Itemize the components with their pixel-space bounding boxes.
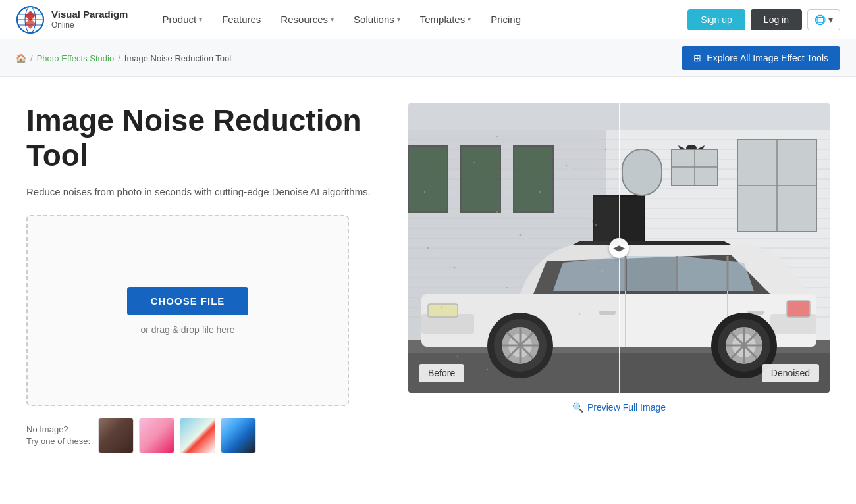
svg-point-108 bbox=[496, 211, 498, 213]
explore-all-effects-button[interactable]: ⊞ Explore All Image Effect Tools bbox=[682, 46, 840, 70]
svg-point-113 bbox=[513, 290, 514, 291]
svg-point-89 bbox=[566, 165, 568, 167]
breadcrumb-photo-effects-link[interactable]: Photo Effects Studio bbox=[37, 53, 115, 63]
breadcrumb-home-link[interactable]: 🏠 bbox=[16, 53, 26, 63]
svg-rect-66 bbox=[787, 301, 810, 317]
svg-rect-46 bbox=[622, 149, 662, 195]
nav-solutions[interactable]: Solutions ▾ bbox=[346, 9, 408, 30]
drag-drop-text: or drag & drop file here bbox=[140, 324, 234, 335]
breadcrumb-sep-1: / bbox=[30, 53, 33, 63]
search-icon: 🔍 bbox=[572, 402, 583, 413]
main-content: Image Noise Reduction Tool Reduce noises… bbox=[0, 77, 856, 473]
sample-thumb-4[interactable] bbox=[221, 418, 256, 453]
svg-point-104 bbox=[424, 191, 425, 193]
svg-point-99 bbox=[437, 205, 439, 206]
upload-area[interactable]: CHOOSE FILE or drag & drop file here bbox=[26, 215, 349, 406]
svg-point-100 bbox=[605, 149, 607, 151]
svg-point-86 bbox=[520, 234, 522, 236]
denoised-label: Denoised bbox=[762, 364, 819, 382]
nav-actions: Sign up Log in 🌐 ▾ bbox=[687, 9, 840, 30]
svg-point-93 bbox=[506, 287, 508, 288]
sample-thumbs bbox=[98, 418, 256, 453]
svg-point-116 bbox=[539, 191, 541, 193]
svg-point-115 bbox=[457, 356, 458, 357]
resources-chevron-icon: ▾ bbox=[331, 16, 334, 23]
product-chevron-icon: ▾ bbox=[199, 16, 202, 23]
globe-chevron-icon: ▾ bbox=[828, 14, 833, 25]
svg-point-106 bbox=[526, 238, 528, 239]
login-button[interactable]: Log in bbox=[751, 9, 802, 30]
svg-point-114 bbox=[595, 224, 597, 226]
sample-thumb-1[interactable] bbox=[98, 418, 134, 453]
svg-point-88 bbox=[490, 208, 491, 209]
split-handle[interactable]: ◀▶ bbox=[609, 238, 629, 258]
nav-features[interactable]: Features bbox=[214, 9, 269, 30]
svg-point-90 bbox=[599, 267, 600, 268]
sample-thumb-3[interactable] bbox=[180, 418, 215, 453]
logo-line1: Visual Paradigm bbox=[51, 9, 128, 20]
logo-icon bbox=[16, 5, 45, 34]
svg-point-109 bbox=[569, 168, 571, 170]
preview-full-image-link[interactable]: 🔍 Preview Full Image bbox=[408, 402, 830, 413]
svg-point-117 bbox=[487, 369, 489, 371]
svg-point-97 bbox=[480, 366, 482, 368]
choose-file-button[interactable]: CHOOSE FILE bbox=[127, 287, 249, 315]
logo[interactable]: Visual Paradigm Online bbox=[16, 5, 128, 34]
svg-rect-55 bbox=[627, 256, 676, 291]
svg-point-98 bbox=[579, 313, 580, 315]
svg-point-107 bbox=[447, 310, 448, 311]
nav-product[interactable]: Product ▾ bbox=[154, 9, 210, 30]
svg-point-95 bbox=[450, 353, 452, 354]
before-label: Before bbox=[419, 364, 464, 382]
signup-button[interactable]: Sign up bbox=[687, 9, 745, 30]
svg-point-101 bbox=[496, 136, 498, 137]
globe-icon: 🌐 bbox=[815, 14, 826, 25]
nav-resources[interactable]: Resources ▾ bbox=[273, 9, 342, 30]
svg-point-91 bbox=[427, 247, 429, 249]
nav-pricing[interactable]: Pricing bbox=[483, 9, 529, 30]
page-title: Image Noise Reduction Tool bbox=[26, 103, 382, 173]
svg-point-112 bbox=[549, 330, 550, 331]
logo-line2: Online bbox=[51, 20, 128, 30]
svg-point-94 bbox=[592, 221, 594, 223]
solutions-chevron-icon: ▾ bbox=[397, 16, 400, 23]
svg-point-110 bbox=[602, 270, 603, 272]
svg-point-111 bbox=[434, 254, 436, 256]
grid-icon: ⊞ bbox=[693, 53, 701, 63]
svg-point-105 bbox=[473, 162, 475, 163]
svg-point-103 bbox=[454, 267, 456, 269]
right-panel: ◀▶ Before Denoised 🔍 Preview Full Image bbox=[408, 103, 830, 413]
breadcrumb-sep-2: / bbox=[118, 53, 120, 63]
left-panel: Image Noise Reduction Tool Reduce noises… bbox=[26, 103, 382, 453]
preview-container: ◀▶ Before Denoised bbox=[408, 103, 830, 393]
nav-links: Product ▾ Features Resources ▾ Solutions… bbox=[154, 9, 687, 30]
svg-rect-83 bbox=[408, 103, 619, 393]
home-icon: 🏠 bbox=[16, 53, 26, 63]
svg-point-118 bbox=[582, 316, 583, 318]
breadcrumb-bar: 🏠 / Photo Effects Studio / Image Noise R… bbox=[0, 39, 856, 77]
sample-thumb-2[interactable] bbox=[139, 418, 174, 453]
logo-text: Visual Paradigm Online bbox=[51, 9, 128, 30]
templates-chevron-icon: ▾ bbox=[468, 16, 471, 23]
breadcrumb: 🏠 / Photo Effects Studio / Image Noise R… bbox=[16, 53, 231, 63]
navbar: Visual Paradigm Online Product ▾ Feature… bbox=[0, 0, 856, 39]
svg-point-102 bbox=[552, 386, 554, 387]
svg-point-84 bbox=[417, 182, 419, 183]
svg-point-92 bbox=[546, 326, 547, 328]
sample-images: No Image? Try one of these: bbox=[26, 418, 382, 453]
breadcrumb-current: Image Noise Reduction Tool bbox=[124, 53, 231, 63]
nav-templates[interactable]: Templates ▾ bbox=[412, 9, 479, 30]
sample-label: No Image? Try one of these: bbox=[26, 424, 90, 447]
svg-point-87 bbox=[441, 307, 442, 308]
svg-point-96 bbox=[533, 188, 534, 189]
globe-button[interactable]: 🌐 ▾ bbox=[807, 9, 840, 30]
svg-point-85 bbox=[467, 159, 468, 160]
page-description: Reduce noises from photo in seconds with… bbox=[26, 185, 382, 200]
